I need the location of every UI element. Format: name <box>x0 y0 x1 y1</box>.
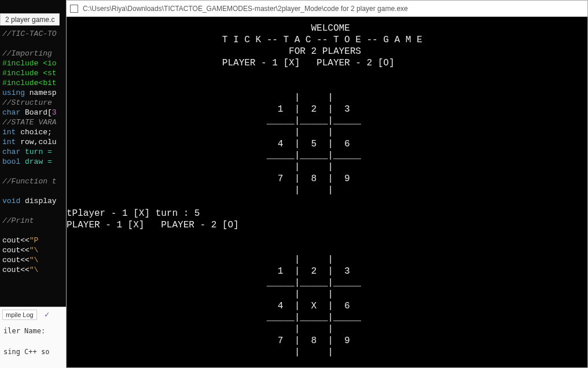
app-icon <box>70 5 78 13</box>
code-line: using namesp <box>2 88 64 98</box>
code-line <box>2 167 64 176</box>
compiler-name-label: iler Name: <box>2 327 64 335</box>
code-line: cout<<"\ <box>2 265 64 275</box>
code-line: cout<<"\ <box>2 245 64 255</box>
code-line: #include <st <box>2 68 64 78</box>
code-line: char turn = <box>2 147 64 157</box>
code-line: cout<<"\ <box>2 255 64 265</box>
code-line: //Importing <box>2 49 64 58</box>
code-line <box>2 186 64 196</box>
editor-tab[interactable]: 2 player game.c <box>0 13 60 25</box>
code-line: #include <io <box>2 58 64 68</box>
code-line: cout<<"P <box>2 235 64 245</box>
code-line: int choice; <box>2 127 64 137</box>
compile-panel: mpile Log ✓ iler Name: sing C++ so <box>0 307 67 368</box>
console-window: C:\Users\Riya\Downloads\TICTACTOE_GAMEMO… <box>66 0 588 368</box>
code-line: //Structure <box>2 98 64 108</box>
code-line <box>2 226 64 235</box>
console-titlebar[interactable]: C:\Users\Riya\Downloads\TICTACTOE_GAMEMO… <box>67 1 587 17</box>
check-icon: ✓ <box>45 310 49 319</box>
code-line <box>2 206 64 216</box>
compile-log-tab[interactable]: mpile Log <box>2 310 37 320</box>
editor-tab-label: 2 player game.c <box>5 16 54 24</box>
code-line: char Board[3 <box>2 108 64 117</box>
code-line <box>2 39 64 49</box>
console-title: C:\Users\Riya\Downloads\TICTACTOE_GAMEMO… <box>83 5 408 13</box>
code-line: //STATE VARA <box>2 117 64 127</box>
code-editor[interactable]: //TIC-TAC-TO //Importing#include <io#inc… <box>0 26 67 304</box>
compiler-info-label: sing C++ so <box>2 348 64 356</box>
code-line: void display <box>2 196 64 206</box>
console-output[interactable]: WELCOME T I C K -- T A C -- T O E -- G A… <box>67 17 587 367</box>
code-line: //Function t <box>2 176 64 186</box>
code-line: #include<bit <box>2 78 64 88</box>
code-line: bool draw = <box>2 157 64 167</box>
code-line: //TIC-TAC-TO <box>2 29 64 39</box>
code-line: //Print <box>2 216 64 226</box>
code-line: int row,colu <box>2 137 64 147</box>
